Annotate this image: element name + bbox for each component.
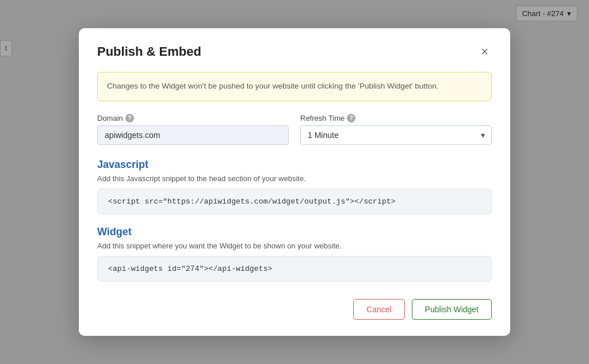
widget-heading: Widget [97,226,492,238]
refresh-label: Refresh Time ? [300,114,492,122]
domain-label: Domain ? [97,114,289,122]
refresh-field-group: Refresh Time ? 1 Minute 5 Minutes 15 Min… [300,114,492,145]
refresh-label-text: Refresh Time [300,114,345,122]
refresh-select-wrapper: 1 Minute 5 Minutes 15 Minutes 30 Minutes… [300,125,492,145]
publish-embed-modal: Publish & Embed × Changes to the Widget … [79,28,510,335]
domain-input[interactable] [97,125,289,145]
modal-overlay: Publish & Embed × Changes to the Widget … [0,0,589,364]
close-button[interactable]: × [477,44,492,59]
warning-text: Changes to the Widget won't be pushed to… [107,82,439,90]
javascript-code-block: <script src="https://apiwidgets.com/widg… [97,189,492,214]
publish-widget-button[interactable]: Publish Widget [412,299,492,320]
modal-footer: Cancel Publish Widget [97,293,492,320]
javascript-desc: Add this Javascript snippet to the head … [97,174,492,183]
modal-title: Publish & Embed [97,44,201,59]
javascript-heading: Javascript [97,159,492,171]
domain-field-group: Domain ? [97,114,289,145]
modal-header: Publish & Embed × [97,44,492,59]
form-row: Domain ? Refresh Time ? 1 Minute 5 Minut… [97,114,492,145]
javascript-code: <script src="https://apiwidgets.com/widg… [108,197,396,206]
domain-help-icon[interactable]: ? [125,114,134,122]
cancel-button[interactable]: Cancel [353,299,405,320]
widget-desc: Add this snippet where you want the Widg… [97,242,492,250]
widget-code-block: <api-widgets id="274"></api-widgets> [97,256,492,282]
refresh-select[interactable]: 1 Minute 5 Minutes 15 Minutes 30 Minutes… [300,125,492,145]
warning-banner: Changes to the Widget won't be pushed to… [97,72,492,101]
widget-section: Widget Add this snippet where you want t… [97,226,492,282]
javascript-section: Javascript Add this Javascript snippet t… [97,159,492,214]
widget-code: <api-widgets id="274"></api-widgets> [108,265,273,273]
refresh-help-icon[interactable]: ? [347,114,355,122]
domain-label-text: Domain [97,114,123,122]
